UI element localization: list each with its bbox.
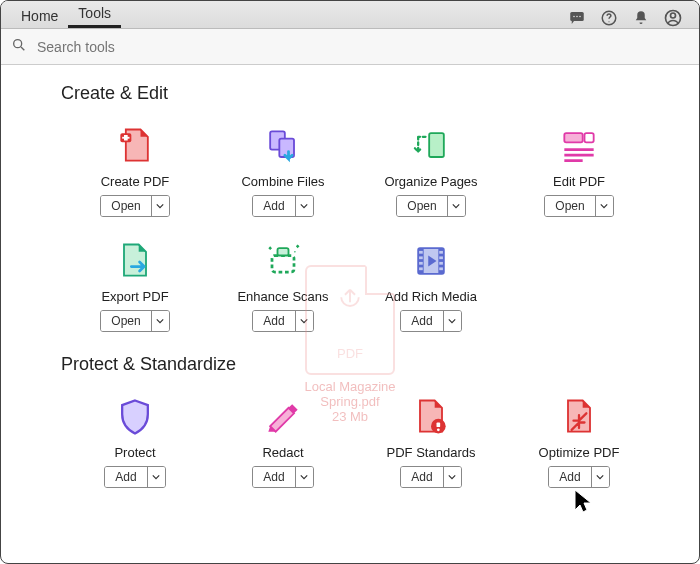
dropdown-arrow[interactable] [595, 196, 613, 216]
tool-label: Organize Pages [384, 174, 477, 189]
tool-label: Protect [114, 445, 155, 460]
svg-rect-26 [419, 256, 423, 259]
tool-organize-pages[interactable]: Organize Pages Open [357, 120, 505, 217]
dropdown-arrow[interactable] [295, 196, 313, 216]
svg-rect-25 [419, 251, 423, 254]
bell-icon[interactable] [631, 8, 651, 28]
svg-rect-34 [437, 423, 441, 428]
tool-rich-media[interactable]: Add Rich Media Add [357, 235, 505, 332]
tab-tools[interactable]: Tools [68, 0, 121, 28]
tool-label: PDF Standards [387, 445, 476, 460]
svg-point-5 [608, 21, 609, 22]
tool-pdf-standards[interactable]: PDF Standards Add [357, 391, 505, 488]
help-icon[interactable] [599, 8, 619, 28]
tool-export-pdf[interactable]: Export PDF Open [61, 235, 209, 332]
pdf-standards-icon [409, 391, 453, 443]
tool-enhance-scans[interactable]: Enhance Scans Add [209, 235, 357, 332]
open-button[interactable]: Open [101, 311, 150, 331]
search-input[interactable] [35, 38, 335, 56]
dropdown-arrow[interactable] [295, 311, 313, 331]
search-icon [11, 37, 27, 56]
svg-rect-29 [439, 251, 443, 254]
add-button[interactable]: Add [105, 467, 146, 487]
tool-label: Enhance Scans [237, 289, 328, 304]
tab-home[interactable]: Home [11, 3, 68, 28]
svg-rect-32 [439, 267, 443, 270]
open-button[interactable]: Open [397, 196, 446, 216]
add-button[interactable]: Add [401, 311, 442, 331]
tool-combine-files[interactable]: Combine Files Add [209, 120, 357, 217]
enhance-scans-icon [261, 235, 305, 287]
tool-label: Optimize PDF [539, 445, 620, 460]
tool-optimize-pdf[interactable]: Optimize PDF Add [505, 391, 653, 488]
protect-grid: Protect Add Redact Add PDF Standards [61, 387, 679, 502]
dropdown-arrow[interactable] [151, 196, 169, 216]
dropdown-arrow[interactable] [443, 311, 461, 331]
dropdown-arrow[interactable] [447, 196, 465, 216]
dropdown-arrow[interactable] [295, 467, 313, 487]
svg-rect-30 [439, 256, 443, 259]
tool-create-pdf[interactable]: Create PDF Open [61, 120, 209, 217]
top-tab-bar: Home Tools [1, 1, 699, 29]
tool-label: Create PDF [101, 174, 170, 189]
create-pdf-icon [113, 120, 157, 172]
svg-rect-28 [419, 267, 423, 270]
tool-redact[interactable]: Redact Add [209, 391, 357, 488]
rich-media-icon [409, 235, 453, 287]
svg-rect-16 [585, 133, 594, 142]
dropdown-arrow[interactable] [151, 311, 169, 331]
protect-icon [113, 391, 157, 443]
open-button[interactable]: Open [101, 196, 150, 216]
add-button[interactable]: Add [253, 311, 294, 331]
tool-protect[interactable]: Protect Add [61, 391, 209, 488]
add-button[interactable]: Add [253, 196, 294, 216]
svg-point-35 [437, 428, 440, 431]
tool-label: Edit PDF [553, 174, 605, 189]
tools-panel: Create & Edit Create PDF Open Combine Fi… [1, 65, 699, 563]
section-title-protect: Protect & Standardize [61, 354, 679, 375]
organize-pages-icon [409, 120, 453, 172]
tool-label: Redact [262, 445, 303, 460]
combine-files-icon [261, 120, 305, 172]
svg-point-7 [671, 13, 676, 18]
svg-point-2 [576, 16, 578, 18]
svg-rect-21 [278, 248, 289, 255]
svg-point-1 [573, 16, 575, 18]
edit-pdf-icon [557, 120, 601, 172]
svg-rect-11 [122, 137, 129, 139]
search-bar [1, 29, 699, 65]
svg-rect-14 [429, 133, 444, 157]
add-button[interactable]: Add [549, 467, 590, 487]
tool-label: Combine Files [241, 174, 324, 189]
tool-label: Export PDF [101, 289, 168, 304]
dropdown-arrow[interactable] [443, 467, 461, 487]
optimize-pdf-icon [557, 391, 601, 443]
tool-edit-pdf[interactable]: Edit PDF Open [505, 120, 653, 217]
profile-icon[interactable] [663, 8, 683, 28]
svg-rect-27 [419, 262, 423, 265]
export-pdf-icon [113, 235, 157, 287]
create-edit-grid: Create PDF Open Combine Files Add Organi… [61, 116, 679, 346]
redact-icon [261, 391, 305, 443]
svg-rect-20 [272, 256, 294, 273]
svg-rect-15 [564, 133, 582, 142]
svg-rect-31 [439, 262, 443, 265]
add-button[interactable]: Add [253, 467, 294, 487]
open-button[interactable]: Open [545, 196, 594, 216]
dropdown-arrow[interactable] [147, 467, 165, 487]
svg-point-8 [14, 40, 22, 48]
svg-point-3 [579, 16, 581, 18]
comment-icon[interactable] [567, 8, 587, 28]
tool-label: Add Rich Media [385, 289, 477, 304]
add-button[interactable]: Add [401, 467, 442, 487]
section-title-create-edit: Create & Edit [61, 83, 679, 104]
dropdown-arrow[interactable] [591, 467, 609, 487]
